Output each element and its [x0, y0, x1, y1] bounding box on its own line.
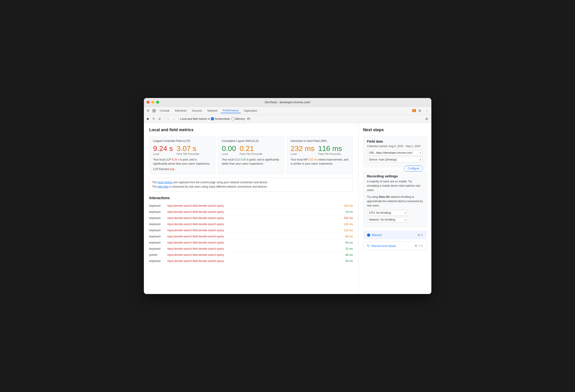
field-data-url-select[interactable]: URL: https://developer.chrome.com/ ▾ [367, 150, 423, 155]
download-toolbar-icon[interactable]: ↓ [172, 117, 176, 121]
mode-label: Local and field metrics [180, 117, 207, 121]
interaction-type: keyboard [149, 247, 168, 250]
tab-performance[interactable]: Performance [221, 108, 241, 113]
cls-local-value: 0.00 [222, 145, 236, 152]
interaction-target-link[interactable]: input.devsite-search-field.devsite-searc… [168, 217, 339, 220]
svg-rect-4 [247, 118, 250, 120]
mode-chevron: ▾ [208, 117, 210, 121]
recording-desc2: Try using Slow 4G network throttling to … [367, 195, 423, 208]
lcp-local-group: 9.24 s Local [153, 145, 173, 155]
interaction-target-link[interactable]: input.devsite-search-field.devsite-searc… [168, 222, 339, 226]
network-chevron: ▾ [405, 219, 406, 221]
inspect-icon[interactable] [152, 108, 157, 113]
more-icon[interactable]: ⋮ [424, 108, 430, 113]
lcp-local-value: 9.24 s [153, 145, 173, 152]
memory-label: Memory [235, 117, 245, 121]
interaction-row: keyboardinput.devsite-search-field.devsi… [149, 240, 353, 246]
interaction-ms: 32 ms [339, 247, 353, 250]
svg-rect-0 [153, 109, 154, 111]
title-bar: DevTools - developer.chrome.com/ [144, 98, 431, 107]
interaction-type: keyboard [149, 259, 168, 263]
field-data-device-select[interactable]: Device: Auto (Desktop) ▾ [367, 157, 423, 162]
tab-application[interactable]: Application [241, 108, 260, 113]
record-shortcut: ⌘ E [417, 234, 423, 237]
record-circle-icon [367, 234, 370, 237]
interaction-type: keyboard [149, 210, 168, 214]
lcp-element-link[interactable]: img [170, 168, 174, 171]
cls-values: 0.00 Local 0.21 Field 75th Percentile [222, 145, 280, 155]
interaction-target-link[interactable]: input.devsite-search-field.devsite-searc… [168, 253, 339, 256]
cpu-profile-icon[interactable] [246, 117, 251, 121]
interaction-ms: 64 ms [339, 241, 353, 244]
url-chevron: ▾ [420, 152, 421, 154]
metrics-grid: Largest Contentful Paint (LCP) 9.24 s Lo… [149, 136, 353, 174]
cpu-dropdown[interactable]: CPU: No throttling ▾ [367, 210, 408, 216]
tabs-bar: Console Elements Sources Network Perform… [144, 107, 431, 115]
interaction-target-link[interactable]: input.devsite-search-field.devsite-searc… [168, 235, 339, 238]
interaction-row: keyboardinput.devsite-search-field.devsi… [149, 258, 353, 264]
interaction-target-link[interactable]: input.devsite-search-field.devsite-searc… [168, 210, 339, 214]
info-text-line1: The local metrics are captured from the … [152, 180, 350, 185]
record-toolbar-icon[interactable]: ⏺ [146, 117, 150, 121]
interaction-type: keyboard [149, 241, 168, 244]
cls-local-group: 0.00 Local [222, 145, 236, 155]
interaction-target-link[interactable]: input.devsite-search-field.devsite-searc… [168, 247, 339, 250]
tab-console[interactable]: Console [158, 108, 172, 113]
network-dropdown[interactable]: Network: No throttling ▾ [367, 217, 408, 222]
slow-4g-text: Slow 4G [379, 195, 389, 198]
maximize-button[interactable] [156, 101, 159, 104]
interaction-row: pointerinput.devsite-search-field.devsit… [149, 252, 353, 258]
interaction-target-link[interactable]: input.devsite-search-field.devsite-searc… [168, 204, 339, 207]
interaction-type: keyboard [149, 217, 168, 220]
section-title: Local and field metrics [149, 127, 353, 132]
tab-sources[interactable]: Sources [190, 108, 204, 113]
next-steps-title: Next steps [363, 127, 427, 132]
record-reload-button[interactable]: ↻ Record and reload ⌘ ⇧ E [363, 242, 427, 250]
interaction-ms: 56 ms [339, 259, 353, 263]
configure-button[interactable]: Configure [404, 166, 423, 172]
local-metrics-link[interactable]: local metrics [158, 181, 173, 184]
interaction-target-link[interactable]: input.devsite-search-field.devsite-searc… [168, 259, 339, 263]
toolbar-settings-icon[interactable]: ⚙ [424, 116, 430, 122]
minimize-button[interactable] [151, 101, 154, 104]
inp-card: Interaction to Next Paint (INP) 232 ms L… [287, 136, 353, 174]
tab-elements[interactable]: Elements [173, 108, 189, 113]
svg-rect-1 [154, 109, 155, 111]
close-button[interactable] [146, 101, 149, 104]
record-button[interactable]: Record ⌘ E [363, 231, 427, 239]
traffic-lights [146, 101, 159, 104]
tab-network[interactable]: Network [205, 108, 220, 113]
lcp-card: Largest Contentful Paint (LCP) 9.24 s Lo… [149, 136, 216, 174]
lcp-values: 9.24 s Local 3.07 s Field 75th Percentil… [153, 145, 212, 155]
cursor-icon[interactable] [146, 108, 151, 113]
reload-shortcut: ⌘ ⇧ E [414, 244, 423, 247]
recording-settings-title: Recording settings [367, 174, 423, 178]
toolbar-divider-1 [164, 117, 164, 121]
cls-highlight: 0.00 [240, 158, 246, 161]
interaction-type: pointer [149, 253, 168, 256]
interaction-ms: 104 ms [339, 204, 353, 207]
memory-check[interactable]: Memory [231, 117, 245, 121]
clear-toolbar-icon[interactable]: ⊘ [158, 117, 162, 121]
screenshots-checkbox[interactable]: ✓ [211, 117, 214, 120]
interactions-list: keyboardinput.devsite-search-field.devsi… [149, 203, 353, 264]
lcp-field-group: 3.07 s Field 75th Percentile [177, 145, 199, 155]
interaction-target-link[interactable]: input.devsite-search-field.devsite-searc… [168, 241, 339, 244]
reload-toolbar-icon[interactable]: ↻ [152, 117, 156, 121]
memory-checkbox[interactable] [231, 117, 234, 120]
field-data-link[interactable]: field data [158, 185, 169, 188]
left-panel: Local and field metrics Largest Contentf… [144, 123, 359, 294]
devtools-window: DevTools - developer.chrome.com/ Console… [144, 98, 431, 294]
upload-toolbar-icon[interactable]: ↑ [166, 117, 170, 121]
settings-icon[interactable]: ⚙ [417, 108, 423, 113]
inp-local-group: 232 ms Local [291, 145, 314, 155]
field-data-collection: Collection period: Aug 6, 2024 - Sep 2, … [367, 145, 423, 148]
interaction-target-link[interactable]: input.devsite-search-field.devsite-searc… [168, 229, 339, 232]
mode-select[interactable]: Local and field metrics ▾ [180, 117, 210, 121]
cls-title: Cumulative Layout Shift (CLS) [222, 139, 280, 143]
inp-local-value: 232 ms [291, 145, 314, 152]
cls-local-label: Local [222, 153, 236, 155]
svg-rect-2 [153, 111, 154, 112]
screenshots-check[interactable]: ✓ Screenshots [211, 117, 230, 121]
lcp-element: LCP Element img [153, 168, 212, 171]
